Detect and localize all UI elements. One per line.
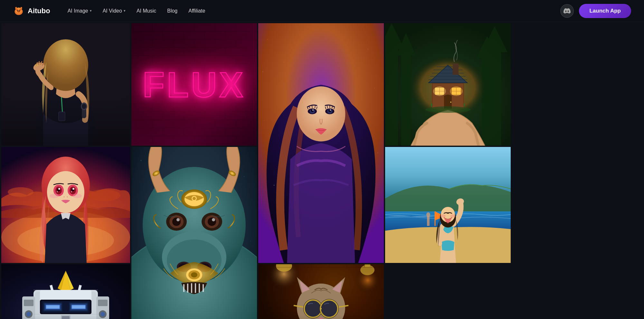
svg-point-200 bbox=[172, 218, 181, 226]
logo-area[interactable]: Aitubo bbox=[13, 5, 50, 17]
anime-girl-art bbox=[1, 147, 130, 263]
svg-point-210 bbox=[426, 212, 430, 217]
gallery-item-purple-girl[interactable] bbox=[258, 23, 384, 263]
nav-label-ai-image: AI Image bbox=[68, 8, 88, 14]
svg-point-5 bbox=[17, 10, 19, 11]
gallery-item-mecha[interactable] bbox=[1, 264, 130, 319]
svg-point-267 bbox=[360, 265, 374, 275]
nav-label-blog: Blog bbox=[167, 8, 177, 14]
svg-point-169 bbox=[58, 188, 60, 190]
woman-mic-art bbox=[1, 23, 130, 146]
svg-rect-209 bbox=[427, 216, 430, 226]
svg-point-214 bbox=[440, 214, 446, 218]
mecha-art bbox=[1, 264, 130, 319]
svg-point-18 bbox=[82, 104, 86, 109]
svg-rect-237 bbox=[72, 305, 85, 308]
svg-rect-129 bbox=[401, 49, 411, 146]
svg-rect-248 bbox=[24, 300, 33, 306]
gallery-item-woman-mic[interactable] bbox=[1, 23, 130, 146]
svg-point-187 bbox=[193, 197, 196, 200]
purple-girl-art bbox=[258, 23, 384, 263]
svg-point-172 bbox=[71, 191, 72, 192]
nav-right: Launch App bbox=[560, 4, 631, 18]
svg-point-158 bbox=[88, 189, 120, 201]
svg-point-7 bbox=[18, 10, 18, 10]
svg-point-171 bbox=[57, 191, 58, 192]
chevron-down-icon: ▾ bbox=[124, 9, 126, 13]
svg-point-9 bbox=[18, 11, 20, 12]
svg-point-8 bbox=[20, 10, 20, 10]
gallery-item-beach-girl[interactable] bbox=[385, 147, 511, 263]
svg-point-215 bbox=[450, 214, 455, 218]
svg-point-149 bbox=[433, 86, 446, 96]
nav-label-ai-video: AI Video bbox=[103, 8, 122, 14]
svg-point-181 bbox=[250, 241, 251, 241]
gallery-item-flux-neon[interactable]: FLUX bbox=[131, 23, 257, 146]
brand-name: Aitubo bbox=[28, 7, 50, 15]
svg-point-162 bbox=[47, 171, 84, 213]
nav-item-ai-image[interactable]: AI Image ▾ bbox=[63, 5, 96, 16]
svg-point-179 bbox=[244, 176, 245, 177]
svg-point-175 bbox=[50, 194, 59, 198]
gallery-item-cat[interactable]: Need food meow! bbox=[258, 264, 384, 319]
svg-point-11 bbox=[20, 7, 22, 9]
svg-point-170 bbox=[72, 188, 74, 190]
chevron-down-icon: ▾ bbox=[90, 9, 92, 13]
nav-item-affiliate[interactable]: Affiliate bbox=[184, 5, 210, 16]
svg-point-6 bbox=[19, 10, 20, 11]
svg-point-173 bbox=[64, 197, 65, 198]
nav-links: AI Image ▾ AI Video ▾ AI Music Blog Affi… bbox=[63, 5, 561, 16]
svg-point-19 bbox=[43, 39, 88, 91]
svg-point-10 bbox=[15, 7, 17, 9]
svg-rect-236 bbox=[46, 305, 59, 308]
svg-rect-125 bbox=[385, 39, 398, 146]
nav-label-ai-music: AI Music bbox=[137, 8, 156, 14]
cat-art: Need food meow! bbox=[258, 264, 384, 319]
svg-rect-239 bbox=[62, 316, 70, 319]
flux-neon-text-container: FLUX bbox=[131, 23, 257, 146]
svg-point-203 bbox=[212, 218, 215, 221]
svg-point-112 bbox=[274, 185, 274, 186]
svg-point-253 bbox=[100, 312, 105, 316]
gallery-item-cottage[interactable] bbox=[385, 23, 511, 146]
bull-creature-art bbox=[131, 147, 257, 319]
nav-item-ai-video[interactable]: AI Video ▾ bbox=[98, 5, 130, 16]
svg-point-178 bbox=[140, 160, 142, 161]
svg-point-157 bbox=[8, 187, 33, 197]
svg-point-206 bbox=[191, 272, 197, 277]
gallery-grid: FLUX bbox=[0, 22, 644, 319]
logo-icon bbox=[13, 5, 24, 17]
svg-point-122 bbox=[312, 109, 314, 111]
nav-item-blog[interactable]: Blog bbox=[163, 5, 182, 16]
nav-label-affiliate: Affiliate bbox=[188, 8, 205, 14]
svg-rect-249 bbox=[98, 300, 108, 306]
navbar: Aitubo AI Image ▾ AI Video ▾ AI Music Bl… bbox=[0, 0, 644, 22]
svg-point-176 bbox=[73, 194, 82, 198]
flux-neon-text: FLUX bbox=[143, 64, 245, 105]
svg-point-201 bbox=[208, 218, 216, 226]
launch-app-button[interactable]: Launch App bbox=[579, 4, 631, 18]
discord-button[interactable] bbox=[560, 4, 574, 18]
svg-point-123 bbox=[330, 109, 331, 111]
svg-point-153 bbox=[425, 106, 470, 113]
svg-point-252 bbox=[26, 312, 31, 316]
discord-icon bbox=[564, 7, 571, 15]
svg-point-202 bbox=[176, 218, 180, 221]
svg-rect-152 bbox=[453, 63, 459, 75]
svg-point-151 bbox=[450, 102, 451, 103]
beach-girl-art bbox=[385, 147, 511, 263]
gallery-item-anime-girl[interactable] bbox=[1, 147, 130, 263]
nav-item-ai-music[interactable]: AI Music bbox=[132, 5, 161, 16]
svg-point-174 bbox=[67, 197, 68, 198]
gallery-item-bull-creature[interactable] bbox=[131, 147, 257, 319]
cottage-art bbox=[385, 23, 511, 146]
svg-rect-15 bbox=[59, 112, 65, 121]
svg-point-150 bbox=[450, 86, 463, 96]
